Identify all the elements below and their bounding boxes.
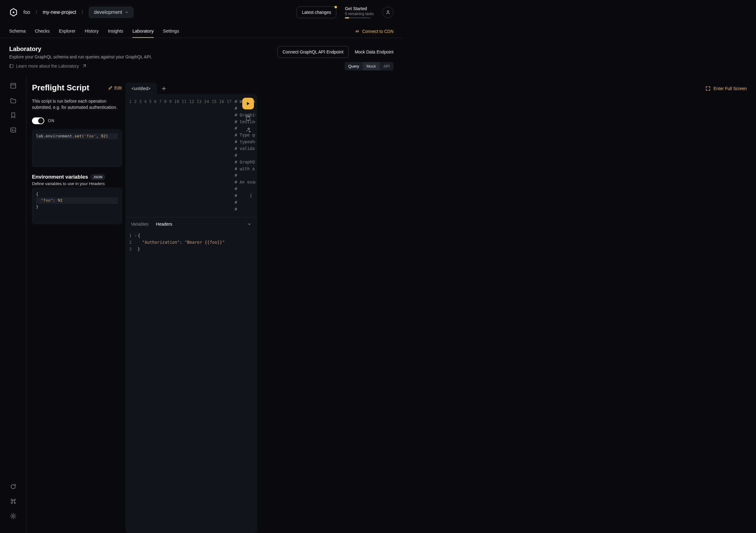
svg-point-0 [13,12,14,13]
breadcrumb-project[interactable]: my-new-project [43,10,76,15]
preflight-description: This script is run before each operation… [32,98,122,111]
seg-mock[interactable]: Mock [363,62,380,70]
rail-bookmark-icon[interactable] [10,112,16,119]
line-numbers: 1 2 3 4 5 6 7 8 9 10 11 12 13 14 15 16 1… [127,97,234,213]
env-vars-title: Environment variables [32,174,88,180]
chevron-down-icon [125,11,128,14]
env-vars-sub: Define variables to use in your Headers [32,181,122,186]
connect-api-endpoint-button[interactable]: Connect GraphQL API Endpoint [277,46,349,58]
learn-more-link[interactable]: Learn more about the Laboratory [9,64,152,68]
breadcrumb-sep: / [36,10,37,15]
get-started-progress [345,17,371,18]
preflight-title: Preflight Script [32,83,89,93]
link-icon [355,29,360,34]
svg-point-1 [387,11,389,12]
code-token: set [74,134,81,138]
breadcrumb-org[interactable]: foo [23,10,30,15]
code-token: "Bearer {{foo}}" [185,240,225,245]
rail-explorer-icon[interactable] [10,97,16,104]
play-icon [246,101,250,106]
rail-preflight-icon[interactable] [10,127,16,133]
get-started-widget[interactable]: Get Started 5 remaining tasks [345,6,374,18]
headers-tab[interactable]: Headers [156,222,172,227]
graphiql-editor: 1 2 3 4 5 6 7 8 9 10 11 12 13 14 15 16 1… [125,94,257,284]
connect-cdn-label: Connect to CDN [362,29,393,34]
code-token: "foo" [41,198,53,202]
book-icon [9,64,14,68]
svg-rect-3 [11,83,16,88]
editor-tab[interactable]: <untitled> [125,83,157,94]
user-icon [386,10,391,15]
line-numbers: 123 [129,232,135,253]
code-token: 'foo' [84,134,96,138]
preflight-edit-label: Edit [114,86,122,91]
code-token: lab [36,134,43,138]
plus-icon [162,86,166,91]
json-badge: JSON [91,174,105,180]
tab-settings[interactable]: Settings [163,25,179,38]
seg-query[interactable]: Query [345,62,363,70]
rail-docs-icon[interactable] [10,82,16,89]
tab-schema[interactable]: Schema [9,25,25,38]
notification-dot [335,6,337,8]
preflight-toggle[interactable] [32,118,44,124]
preflight-code[interactable]: lab.environment.set('foo', 92) [32,130,122,167]
preflight-toggle-label: ON [48,118,55,123]
run-query-button[interactable] [242,98,254,109]
external-link-icon [82,64,86,68]
endpoint-mode-segmented: Query Mock API [345,62,393,70]
latest-changes-label: Latest changes [302,10,331,15]
breadcrumb-sep: / [82,10,83,15]
env-selector[interactable]: development [89,7,134,18]
user-avatar[interactable] [383,7,393,18]
prettify-icon[interactable] [245,127,251,133]
page-title: Laboratory [9,45,152,53]
page-subtitle: Explore your GraphQL schema and run quer… [9,54,152,59]
pencil-icon [108,86,113,90]
tab-history[interactable]: History [85,25,99,38]
code-token: 92 [101,134,106,138]
env-selector-label: development [94,10,122,15]
code-token: environment [45,134,72,138]
code-token: "Authorization" [142,240,180,245]
variables-tab[interactable]: Variables [131,222,148,227]
tab-checks[interactable]: Checks [35,25,49,38]
latest-changes-button[interactable]: Latest changes [297,7,336,18]
preflight-edit-button[interactable]: Edit [108,86,122,91]
tab-laboratory[interactable]: Laboratory [132,25,154,38]
tab-insights[interactable]: Insights [108,25,123,38]
chevron-down-icon[interactable] [247,222,252,226]
mock-endpoint-link[interactable]: Mock Data Endpoint [355,49,393,54]
learn-more-label: Learn more about the Laboratory [16,64,79,68]
add-tab-button[interactable] [159,85,169,93]
code-token: 92 [58,198,63,202]
save-query-icon[interactable] [245,115,251,121]
graphiql-icon-rail [0,76,26,284]
headers-editor[interactable]: ▾{ "Authorization": "Bearer {{foo}}"} [135,232,225,253]
get-started-sub: 5 remaining tasks [345,12,374,16]
app-logo[interactable] [9,8,18,16]
connect-cdn-link[interactable]: Connect to CDN [355,29,393,34]
svg-rect-2 [10,65,13,68]
seg-api[interactable]: API [380,62,393,70]
get-started-title: Get Started [345,6,374,11]
env-vars-code[interactable]: { "foo": 92 } [32,188,122,224]
tab-explorer[interactable]: Explorer [59,25,76,38]
